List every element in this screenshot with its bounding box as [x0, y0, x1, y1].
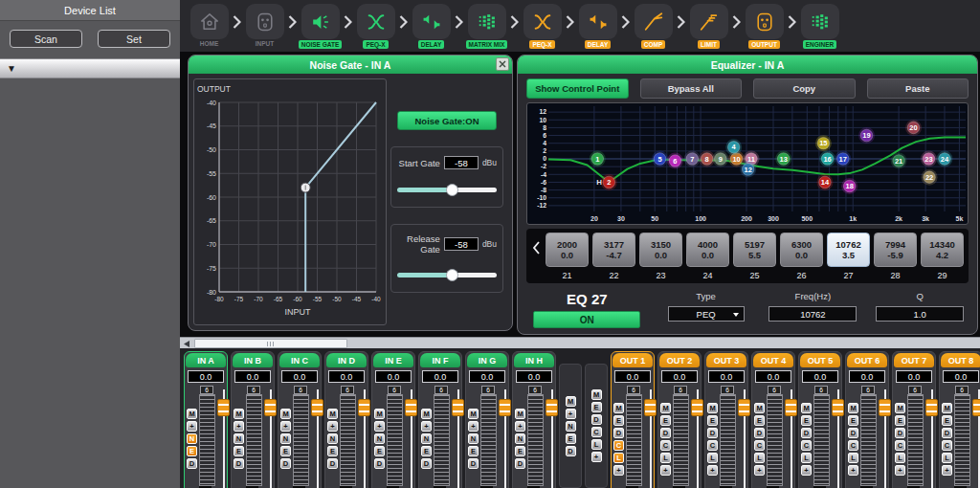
eq-point-24[interactable]: 24 [936, 151, 952, 167]
channel-button-L[interactable]: L [754, 453, 765, 463]
channel-gain-value[interactable]: 0.0 [661, 370, 698, 383]
fader-handle[interactable] [499, 399, 511, 416]
channel-gain-value[interactable]: 0.0 [469, 370, 505, 383]
channel-strip-out-2[interactable]: OUT 20.0MEDCL+6-64 [657, 351, 702, 488]
fader-handle[interactable] [785, 399, 797, 416]
eq-point-14[interactable]: 14 [816, 174, 833, 190]
channel-button-plus[interactable]: + [468, 421, 479, 432]
channel-button-E[interactable]: E [374, 446, 385, 456]
channel-button-plus[interactable]: + [374, 421, 385, 432]
master-button-C[interactable]: C [591, 427, 602, 437]
eq-band-box[interactable]: 4000 0.0 [686, 233, 729, 267]
start-gate-value[interactable]: -58 [444, 156, 479, 169]
channel-button-plus[interactable]: + [895, 465, 905, 476]
channel-gain-value[interactable]: 0.0 [234, 370, 271, 383]
channel-strip-in-h[interactable]: IN H0.0M+NED6-64 [512, 351, 556, 488]
eq-point-20[interactable]: 20 [905, 120, 922, 136]
channel-button-L[interactable]: L [848, 453, 858, 463]
eq-band-on-button[interactable]: ON [533, 311, 640, 328]
channel-button-D[interactable]: D [421, 458, 432, 469]
channel-button-M[interactable]: M [421, 409, 432, 419]
fader-handle[interactable] [925, 399, 938, 416]
channel-button-D[interactable]: D [613, 428, 624, 438]
channel-strip-in-b[interactable]: IN B0.0M+NED6-64 [231, 351, 275, 488]
channel-button-D[interactable]: D [468, 458, 479, 469]
fader-handle[interactable] [546, 399, 558, 416]
channel-button-D[interactable]: D [660, 428, 671, 438]
chevron-left-icon[interactable] [529, 241, 544, 255]
eq-band-box[interactable]: 7994 -5.9 [874, 233, 917, 267]
channel-gain-value[interactable]: 0.0 [614, 370, 651, 383]
channel-strip-in-f[interactable]: IN F0.0M+NED6-64 [418, 351, 462, 488]
eq-band-box[interactable]: 14340 4.2 [921, 233, 964, 267]
master-button-M[interactable]: M [591, 389, 602, 400]
channel-button-M[interactable]: M [754, 403, 765, 413]
channel-button-E[interactable]: E [613, 415, 624, 426]
channel-button-C[interactable]: C [942, 440, 952, 451]
channel-strip-out-1[interactable]: OUT 10.0MEDCL+6-64 [611, 351, 655, 488]
channel-strip-out-5[interactable]: OUT 50.0MEDCL+6-64 [798, 351, 842, 488]
toolbar-item-home[interactable]: HOME [188, 4, 231, 47]
master-button-plus[interactable]: + [591, 452, 602, 462]
channel-strip-out-6[interactable]: OUT 60.0MEDCL+6-64 [845, 351, 889, 488]
channel-gain-value[interactable]: 0.0 [375, 370, 412, 383]
channel-gain-value[interactable]: 0.0 [422, 370, 458, 383]
toolbar-item-peq-x[interactable]: PEQ-X [354, 4, 397, 49]
eq-point-22[interactable]: 22 [922, 169, 938, 186]
channel-button-E[interactable]: E [942, 415, 952, 426]
channel-strip-out-7[interactable]: OUT 70.0MEDCL+6-64 [892, 351, 936, 488]
fader-handle[interactable] [644, 399, 657, 416]
freq-input[interactable]: 10762 [768, 306, 857, 322]
fader-handle[interactable] [832, 399, 844, 416]
eq-point-16[interactable]: 16 [819, 151, 835, 167]
channel-strip-in-a[interactable]: IN A0.0M+NED6-64 [184, 351, 228, 488]
channel-button-M[interactable]: M [707, 403, 718, 413]
toolbar-item-delay[interactable]: DELAY [410, 4, 453, 49]
channel-button-L[interactable]: L [801, 453, 812, 463]
toolbar-item-noise-gate[interactable]: NOISE GATE [299, 4, 342, 49]
channel-button-M[interactable]: M [515, 409, 525, 419]
scroll-left-arrow-icon[interactable] [181, 339, 191, 348]
eq-band-29[interactable]: 14340 4.2 29 [921, 233, 964, 281]
eq-point-13[interactable]: 13 [775, 151, 791, 167]
channel-button-D[interactable]: D [234, 458, 244, 469]
eq-band-box[interactable]: 10762 3.5 [827, 233, 870, 267]
channel-button-M[interactable]: M [374, 409, 385, 419]
channel-gain-value[interactable]: 0.0 [708, 370, 745, 383]
channel-button-L[interactable]: L [942, 453, 952, 463]
channel-button-C[interactable]: C [707, 440, 718, 451]
type-select[interactable]: PEQ [668, 306, 745, 322]
eq-point-1[interactable]: 1 [590, 151, 606, 167]
eq-point-15[interactable]: 15 [815, 135, 832, 151]
channel-gain-value[interactable]: 0.0 [516, 370, 552, 383]
channel-button-N[interactable]: N [468, 433, 479, 444]
channel-button-M[interactable]: M [895, 403, 905, 413]
eq-band-box[interactable]: 3177 -4.7 [592, 233, 635, 267]
master-button-N[interactable]: N [566, 421, 576, 432]
device-tree-header[interactable]: ▼ [0, 58, 180, 78]
channel-gain-value[interactable]: 0.0 [188, 370, 224, 383]
channel-button-plus[interactable]: + [187, 421, 197, 432]
channel-gain-value[interactable]: 0.0 [896, 370, 932, 383]
channel-button-plus[interactable]: + [280, 421, 291, 432]
channel-button-C[interactable]: C [801, 440, 812, 451]
channel-button-D[interactable]: D [895, 428, 905, 438]
channel-button-plus[interactable]: + [707, 465, 718, 476]
channel-button-N[interactable]: N [374, 433, 385, 444]
channel-button-N[interactable]: N [421, 433, 432, 444]
horizontal-scrollbar[interactable] [180, 337, 980, 348]
channel-button-D[interactable]: D [187, 458, 197, 469]
channel-button-L[interactable]: L [660, 453, 671, 463]
scan-button[interactable]: Scan [10, 30, 82, 48]
toolbar-item-peq-x[interactable]: PEQ-X [521, 4, 564, 49]
eq-band-28[interactable]: 7994 -5.9 28 [874, 233, 917, 281]
channel-gain-value[interactable]: 0.0 [943, 370, 979, 383]
eq-point-7[interactable]: 7 [684, 151, 701, 167]
channel-button-M[interactable]: M [468, 409, 479, 419]
channel-button-L[interactable]: L [707, 453, 718, 463]
channel-button-D[interactable]: D [374, 458, 385, 469]
channel-button-D[interactable]: D [327, 458, 338, 469]
set-button[interactable]: Set [98, 30, 170, 48]
paste-button[interactable]: Paste [867, 78, 969, 99]
channel-button-D[interactable]: D [754, 428, 765, 438]
